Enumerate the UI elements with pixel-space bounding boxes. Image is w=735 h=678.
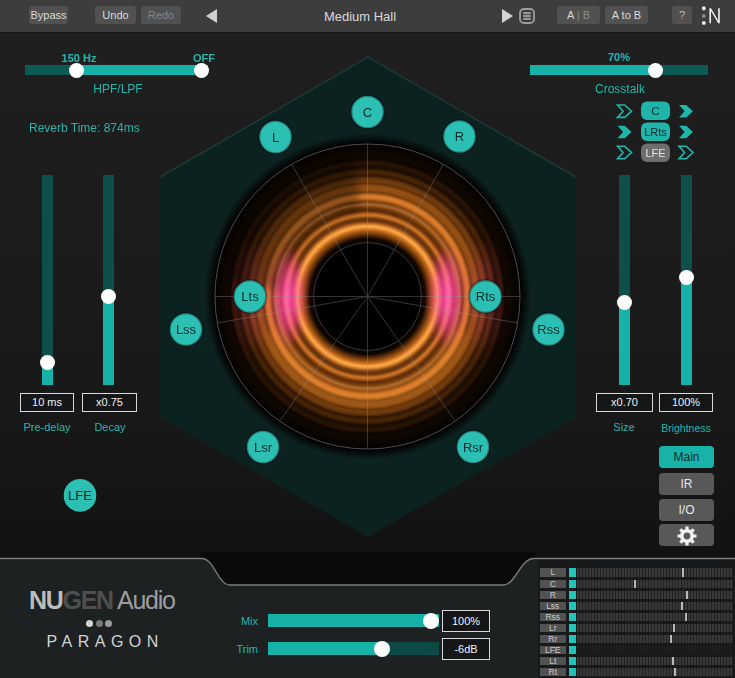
svg-text:Rsr: Rsr bbox=[463, 440, 484, 455]
svg-text:LRts: LRts bbox=[644, 126, 667, 138]
svg-text:LFE: LFE bbox=[645, 147, 665, 159]
svg-text:Lsr: Lsr bbox=[254, 440, 273, 455]
svg-text:Rss: Rss bbox=[537, 322, 560, 337]
svg-text:Lss: Lss bbox=[176, 322, 197, 337]
svg-text:C: C bbox=[651, 105, 659, 117]
svg-text:LFE: LFE bbox=[68, 488, 92, 503]
svg-text:Lts: Lts bbox=[241, 289, 259, 304]
svg-text:R: R bbox=[455, 129, 464, 144]
svg-text:Rts: Rts bbox=[476, 289, 496, 304]
svg-text:C: C bbox=[363, 105, 372, 120]
svg-text:L: L bbox=[272, 130, 279, 145]
